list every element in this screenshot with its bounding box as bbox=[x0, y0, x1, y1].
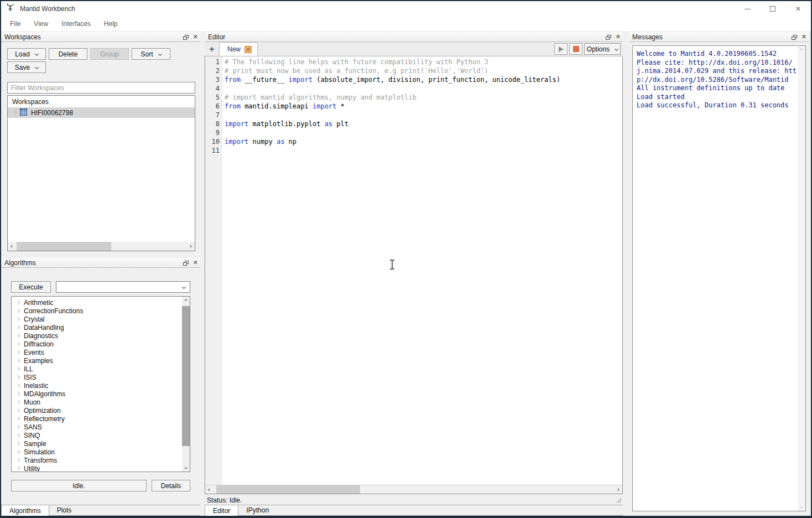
scroll-right-arrow-icon[interactable] bbox=[613, 485, 622, 494]
float-panel-icon[interactable] bbox=[183, 258, 189, 268]
options-button[interactable]: Options bbox=[584, 43, 621, 55]
stop-button[interactable] bbox=[569, 43, 582, 55]
algorithm-category-muon[interactable]: Muon bbox=[12, 398, 182, 406]
group-button[interactable]: Group bbox=[90, 48, 129, 60]
editor-tab-new[interactable]: New ✕ bbox=[219, 42, 258, 56]
load-button[interactable]: Load bbox=[7, 48, 46, 60]
algorithm-category-examples[interactable]: Examples bbox=[12, 356, 182, 365]
scroll-left-arrow-icon[interactable] bbox=[205, 485, 214, 494]
execute-button[interactable]: Execute bbox=[11, 281, 51, 293]
details-button[interactable]: Details bbox=[152, 480, 190, 491]
messages-log[interactable]: Welcome to Mantid 4.0.20190605.1542Pleas… bbox=[632, 45, 806, 511]
algorithm-category-mdalgorithms[interactable]: MDAlgorithms bbox=[12, 390, 182, 398]
workspace-item-label: HIFI00062798 bbox=[31, 109, 73, 117]
message-line: Welcome to Mantid 4.0.20190605.1542 bbox=[637, 50, 797, 59]
workspace-item-hifi00062798[interactable]: HIFI00062798 bbox=[8, 107, 195, 118]
messages-panel-header[interactable]: Messages ✕ bbox=[629, 32, 809, 42]
float-panel-icon[interactable] bbox=[792, 32, 797, 42]
chevron-right-icon bbox=[16, 417, 20, 421]
save-button[interactable]: Save bbox=[7, 61, 46, 73]
menu-file[interactable]: File bbox=[4, 18, 26, 30]
tab-algorithms[interactable]: Algorithms bbox=[1, 505, 49, 516]
code-line-2[interactable]: 2# print must now be used as a function,… bbox=[205, 66, 622, 75]
workspaces-horizontal-scrollbar[interactable] bbox=[8, 242, 195, 251]
algorithm-category-sans[interactable]: SANS bbox=[12, 423, 182, 431]
algorithm-category-sample[interactable]: Sample bbox=[12, 439, 182, 448]
run-button[interactable] bbox=[554, 43, 568, 55]
scroll-left-arrow-icon[interactable] bbox=[8, 242, 17, 251]
sort-button[interactable]: Sort bbox=[132, 48, 170, 60]
algorithm-category-optimization[interactable]: Optimization bbox=[12, 406, 182, 415]
algorithm-category-datahandling[interactable]: DataHandling bbox=[12, 323, 182, 331]
algorithm-category-events[interactable]: Events bbox=[12, 348, 182, 356]
algorithms-panel-header[interactable]: Algorithms ✕ bbox=[1, 258, 200, 268]
float-panel-icon[interactable] bbox=[183, 32, 189, 42]
algorithm-category-label: ILL bbox=[24, 365, 33, 373]
scroll-down-arrow-icon[interactable] bbox=[182, 464, 190, 472]
maximize-button[interactable] bbox=[760, 1, 785, 17]
tab-plots[interactable]: Plots bbox=[49, 505, 80, 516]
tab-close-icon[interactable]: ✕ bbox=[244, 46, 252, 53]
code-line-9[interactable]: 9 bbox=[205, 128, 622, 137]
code-text: # The following line helps with future c… bbox=[222, 58, 488, 66]
close-panel-icon[interactable]: ✕ bbox=[193, 260, 198, 266]
algorithm-category-inelastic[interactable]: Inelastic bbox=[12, 381, 182, 390]
chevron-right-icon[interactable] bbox=[13, 111, 17, 115]
algorithm-category-utility[interactable]: Utility bbox=[12, 464, 182, 472]
scroll-down-arrow-icon[interactable] bbox=[798, 503, 805, 511]
algorithm-progress-button[interactable]: Idle. bbox=[11, 480, 147, 491]
scrollbar-thumb[interactable] bbox=[17, 242, 111, 251]
code-line-1[interactable]: 1# The following line helps with future … bbox=[205, 58, 622, 66]
chevron-right-icon bbox=[16, 425, 20, 429]
editor-horizontal-scrollbar[interactable] bbox=[205, 485, 622, 494]
algorithm-category-crystal[interactable]: Crystal bbox=[12, 315, 182, 323]
minimize-button[interactable] bbox=[735, 1, 760, 17]
workspaces-panel: Workspaces ✕ Load Delete Group Sort bbox=[1, 32, 200, 257]
close-button[interactable]: ✕ bbox=[785, 1, 811, 17]
scroll-right-arrow-icon[interactable] bbox=[186, 242, 195, 251]
scroll-up-arrow-icon[interactable] bbox=[798, 46, 805, 54]
menu-interfaces[interactable]: Interfaces bbox=[56, 18, 96, 30]
workspaces-panel-header[interactable]: Workspaces ✕ bbox=[1, 32, 200, 42]
new-tab-button[interactable]: + bbox=[205, 42, 219, 56]
resize-grip-icon[interactable] bbox=[616, 495, 622, 505]
code-line-4[interactable]: 4 bbox=[205, 84, 622, 93]
algorithm-category-correctionfunctions[interactable]: CorrectionFunctions bbox=[12, 307, 182, 315]
code-line-8[interactable]: 8import matplotlib.pyplot as plt bbox=[205, 120, 622, 128]
algorithm-category-label: Optimization bbox=[24, 407, 61, 415]
algorithm-category-ill[interactable]: ILL bbox=[12, 365, 182, 373]
close-panel-icon[interactable]: ✕ bbox=[193, 34, 198, 40]
algorithm-category-sinq[interactable]: SINQ bbox=[12, 431, 182, 439]
algorithms-vertical-scrollbar[interactable] bbox=[182, 297, 190, 472]
algorithm-category-diagnostics[interactable]: Diagnostics bbox=[12, 331, 182, 340]
algorithm-category-arithmetic[interactable]: Arithmetic bbox=[12, 298, 182, 307]
menu-view[interactable]: View bbox=[28, 18, 54, 30]
code-line-7[interactable]: 7 bbox=[205, 111, 622, 120]
float-panel-icon[interactable] bbox=[606, 32, 611, 42]
tab-ipython[interactable]: IPython bbox=[238, 505, 277, 516]
code-line-6[interactable]: 6from mantid.simpleapi import * bbox=[205, 102, 622, 111]
scrollbar-thumb[interactable] bbox=[216, 485, 360, 494]
scroll-up-arrow-icon[interactable] bbox=[182, 297, 190, 304]
messages-vertical-scrollbar[interactable] bbox=[798, 46, 805, 511]
code-line-11[interactable]: 11 bbox=[205, 146, 622, 155]
editor-panel-header[interactable]: Editor ✕ bbox=[205, 32, 623, 42]
algorithm-category-diffraction[interactable]: Diffraction bbox=[12, 340, 182, 348]
close-panel-icon[interactable]: ✕ bbox=[801, 34, 806, 40]
close-panel-icon[interactable]: ✕ bbox=[616, 34, 621, 40]
algorithm-search-combobox[interactable] bbox=[56, 281, 190, 293]
algorithm-category-transforms[interactable]: Transforms bbox=[12, 456, 182, 464]
menu-help[interactable]: Help bbox=[98, 18, 123, 30]
algorithm-category-reflectometry[interactable]: Reflectometry bbox=[12, 415, 182, 423]
chevron-down-icon bbox=[35, 52, 39, 56]
code-line-3[interactable]: 3from __future__ import (absolute_import… bbox=[205, 75, 622, 84]
code-editor[interactable]: 1# The following line helps with future … bbox=[205, 56, 623, 494]
tab-editor[interactable]: Editor bbox=[205, 505, 238, 516]
filter-workspaces-input[interactable]: Filter Workspaces bbox=[7, 82, 195, 94]
delete-button[interactable]: Delete bbox=[49, 48, 87, 60]
code-line-5[interactable]: 5# import mantid algorithms, numpy and m… bbox=[205, 93, 622, 102]
algorithm-category-isis[interactable]: ISIS bbox=[12, 373, 182, 381]
algorithm-category-simulation[interactable]: Simulation bbox=[12, 448, 182, 456]
code-line-10[interactable]: 10import numpy as np bbox=[205, 137, 622, 146]
scrollbar-thumb[interactable] bbox=[182, 306, 190, 446]
